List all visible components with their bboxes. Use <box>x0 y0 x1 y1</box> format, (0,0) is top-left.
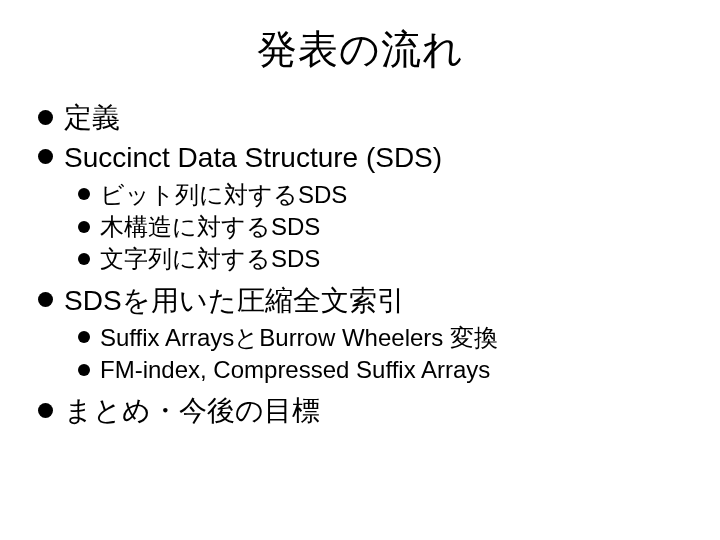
list-item: 木構造に対するSDS <box>72 211 690 243</box>
outline-list: 定義 Succinct Data Structure (SDS) ビット列に対す… <box>30 99 690 430</box>
sublist: ビット列に対するSDS 木構造に対するSDS 文字列に対するSDS <box>64 179 690 276</box>
item-label: 定義 <box>64 102 120 133</box>
sublist: Suffix ArraysとBurrow Wheelers 変換 FM-inde… <box>64 322 690 387</box>
item-label: FM-index, Compressed Suffix Arrays <box>100 356 490 383</box>
list-item: Suffix ArraysとBurrow Wheelers 変換 <box>72 322 690 354</box>
item-label: 文字列に対するSDS <box>100 245 320 272</box>
list-item: 定義 <box>30 99 690 137</box>
item-label: ビット列に対するSDS <box>100 181 347 208</box>
item-label: 木構造に対するSDS <box>100 213 320 240</box>
list-item: Succinct Data Structure (SDS) ビット列に対するSD… <box>30 139 690 276</box>
item-label: Succinct Data Structure (SDS) <box>64 142 442 173</box>
list-item: 文字列に対するSDS <box>72 243 690 275</box>
list-item: ビット列に対するSDS <box>72 179 690 211</box>
item-label: SDSを用いた圧縮全文索引 <box>64 285 405 316</box>
slide: 発表の流れ 定義 Succinct Data Structure (SDS) ビ… <box>0 0 720 540</box>
item-label: まとめ・今後の目標 <box>64 395 320 426</box>
list-item: FM-index, Compressed Suffix Arrays <box>72 354 690 386</box>
slide-title: 発表の流れ <box>30 22 690 77</box>
item-label: Suffix ArraysとBurrow Wheelers 変換 <box>100 324 498 351</box>
list-item: まとめ・今後の目標 <box>30 392 690 430</box>
list-item: SDSを用いた圧縮全文索引 Suffix ArraysとBurrow Wheel… <box>30 282 690 387</box>
